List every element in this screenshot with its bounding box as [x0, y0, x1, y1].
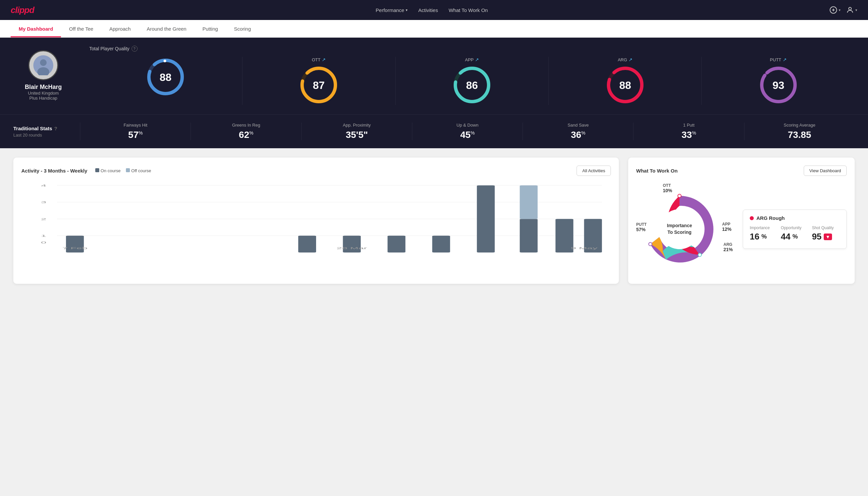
donut-label-app: APP 12%: [722, 222, 731, 232]
info-metrics: Importance 16% Opportunity 44% Shot Qual…: [750, 226, 840, 242]
chevron-down-icon: ▾: [406, 8, 408, 12]
user-profile-button[interactable]: ▾: [846, 6, 857, 14]
tab-scoring[interactable]: Scoring: [226, 20, 259, 37]
svg-point-3: [849, 7, 851, 10]
svg-text:28 Mar: 28 Mar: [336, 246, 367, 250]
arrow-up-icon: ↗: [629, 57, 632, 62]
stat-sand-save-value: 36%: [528, 129, 628, 140]
player-name: Blair McHarg: [25, 83, 62, 91]
nav-activities[interactable]: Activities: [419, 7, 438, 13]
svg-text:To Scoring: To Scoring: [667, 230, 692, 235]
chevron-down-icon: ▾: [855, 8, 857, 12]
tab-off-the-tee[interactable]: Off the Tee: [61, 20, 101, 37]
bar-chart-container: 4 3 2 1 0: [21, 183, 611, 263]
nav-right-controls: ▾ ▾: [830, 6, 857, 14]
stat-app-proximity-value: 35'5": [307, 129, 407, 140]
player-handicap: Plus Handicap: [29, 96, 57, 100]
svg-text:4: 4: [41, 184, 46, 187]
donut-label-putt: PUTT 57%: [636, 222, 647, 232]
tabs-bar: My Dashboard Off the Tee Approach Around…: [0, 20, 868, 37]
gauge-putt-label: PUTT ↗: [770, 57, 787, 62]
svg-point-12: [333, 78, 335, 80]
activity-chart-title: Activity - 3 Months - Weekly: [21, 168, 87, 173]
svg-text:87: 87: [313, 79, 325, 91]
stat-up-down: Up & Down 45%: [412, 123, 523, 140]
svg-text:2: 2: [41, 217, 46, 221]
work-on-card: What To Work On View Dashboard: [628, 158, 855, 284]
stat-up-down-value: 45%: [418, 129, 517, 140]
svg-text:1: 1: [41, 234, 46, 238]
nav-performance[interactable]: Performance ▾: [376, 7, 408, 13]
add-button[interactable]: ▾: [830, 6, 841, 14]
svg-point-16: [487, 80, 489, 83]
tab-putting[interactable]: Putting: [194, 20, 226, 37]
donut-chart-svg: Importance To Scoring: [636, 183, 736, 276]
svg-rect-41: [520, 219, 538, 252]
gauge-app-label: APP ↗: [465, 57, 479, 62]
tab-around-the-green[interactable]: Around the Green: [139, 20, 194, 37]
arrow-up-icon: ↗: [322, 57, 326, 62]
donut-label-ott: OTT 10%: [663, 183, 672, 193]
gauge-arg-label: ARG ↗: [618, 57, 632, 62]
svg-text:Importance: Importance: [667, 223, 692, 228]
stats-title: Traditional Stats ?: [13, 126, 80, 131]
svg-text:7 Feb: 7 Feb: [62, 246, 87, 250]
arrow-up-icon: ↗: [783, 57, 787, 62]
tab-approach[interactable]: Approach: [101, 20, 139, 37]
svg-rect-38: [388, 236, 406, 252]
stats-subtitle: Last 20 rounds: [13, 133, 80, 138]
svg-point-48: [660, 209, 699, 249]
metric-importance-value: 16%: [750, 232, 777, 242]
stat-1-putt-value: 33%: [639, 129, 739, 140]
hero-section: Blair McHarg United Kingdom Plus Handica…: [0, 37, 868, 114]
shot-quality-badge: ▼: [824, 233, 832, 240]
gauge-ott-label: OTT ↗: [312, 57, 326, 62]
metric-shot-quality: Shot Quality 95 ▼: [812, 226, 840, 242]
metric-opportunity: Opportunity 44%: [781, 226, 808, 242]
tab-my-dashboard[interactable]: My Dashboard: [11, 20, 61, 37]
svg-rect-39: [432, 236, 450, 252]
activity-card: Activity - 3 Months - Weekly On course O…: [13, 158, 619, 284]
stat-fairways-hit-value: 57%: [85, 129, 185, 140]
nav-what-to-work-on[interactable]: What To Work On: [449, 7, 488, 13]
chevron-down-icon: ▾: [839, 8, 841, 12]
donut-chart-container: Importance To Scoring PUTT 57% OTT 10%: [636, 183, 736, 276]
svg-rect-42: [520, 185, 538, 219]
gauge-app: APP ↗ 86: [396, 57, 549, 105]
nav-links: Performance ▾ Activities What To Work On: [376, 7, 488, 13]
stat-1-putt: 1 Putt 33%: [633, 123, 744, 140]
chart-legend: On course Off course: [95, 168, 151, 173]
stats-row: Traditional Stats ? Last 20 rounds Fairw…: [0, 114, 868, 148]
help-icon[interactable]: ?: [131, 46, 138, 52]
svg-point-20: [625, 67, 627, 69]
svg-point-5: [40, 59, 47, 66]
stat-fairways-hit: Fairways Hit 57%: [80, 123, 190, 140]
svg-text:93: 93: [772, 79, 784, 91]
metric-importance: Importance 16%: [750, 226, 777, 242]
svg-rect-36: [298, 236, 316, 252]
arrow-up-icon: ↗: [475, 57, 479, 62]
svg-point-53: [698, 253, 701, 257]
player-country: United Kingdom: [28, 91, 59, 96]
app-logo: clippd: [11, 5, 34, 15]
work-on-body: Importance To Scoring PUTT 57% OTT 10%: [636, 183, 847, 276]
work-on-title: What To Work On: [636, 168, 678, 173]
gauge-putt: PUTT ↗ 93: [702, 57, 855, 105]
main-content: Activity - 3 Months - Weekly On course O…: [0, 148, 868, 293]
svg-text:88: 88: [619, 79, 631, 91]
stat-greens-in-reg: Greens In Reg 62%: [190, 123, 301, 140]
stats-label-section: Traditional Stats ? Last 20 rounds: [13, 126, 80, 138]
svg-text:86: 86: [466, 79, 478, 91]
svg-rect-40: [477, 185, 495, 252]
player-info: Blair McHarg United Kingdom Plus Handica…: [13, 50, 73, 100]
svg-rect-35: [66, 236, 84, 252]
work-on-header: What To Work On View Dashboard: [636, 166, 847, 176]
donut-label-arg: ARG 21%: [723, 242, 733, 252]
svg-rect-37: [343, 236, 361, 252]
view-dashboard-button[interactable]: View Dashboard: [804, 166, 847, 176]
avatar: [28, 50, 58, 80]
red-dot-icon: [750, 216, 754, 220]
svg-point-51: [678, 194, 681, 198]
help-icon[interactable]: ?: [54, 126, 57, 131]
all-activities-button[interactable]: All Activities: [577, 166, 611, 176]
